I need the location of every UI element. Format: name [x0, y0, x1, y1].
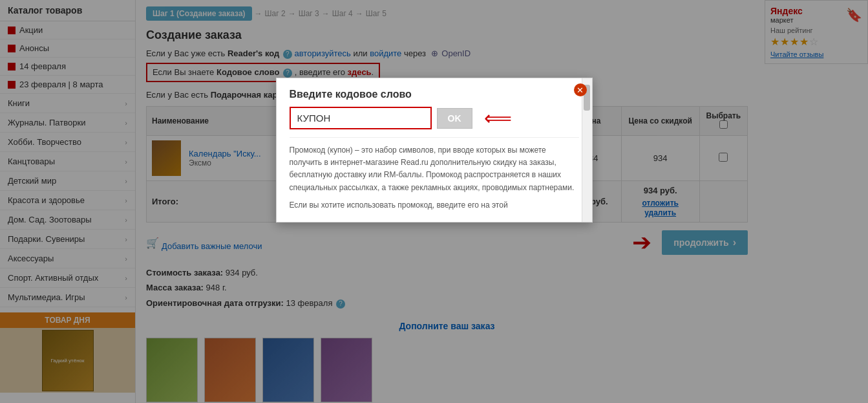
modal-title: Введите кодовое слово [290, 89, 579, 100]
coupon-input[interactable] [290, 107, 432, 129]
modal-description: Промокод (купон) – это набор символов, п… [290, 137, 579, 212]
modal-body: Введите кодовое слово OK ⟸ Промокод (куп… [277, 78, 592, 222]
coupon-modal: ✕ Введите кодовое слово OK ⟸ Промокод (к… [276, 78, 593, 223]
modal-close-button[interactable]: ✕ [574, 83, 587, 96]
scrollbar-track [582, 78, 592, 222]
modal-arrow-icon: ⟸ [484, 107, 512, 129]
modal-ok-button[interactable]: OK [437, 108, 472, 129]
modal-overlay: ✕ Введите кодовое слово OK ⟸ Промокод (к… [0, 0, 868, 403]
modal-input-row: OK ⟸ [290, 107, 579, 129]
modal-scrollbar[interactable] [582, 78, 592, 222]
